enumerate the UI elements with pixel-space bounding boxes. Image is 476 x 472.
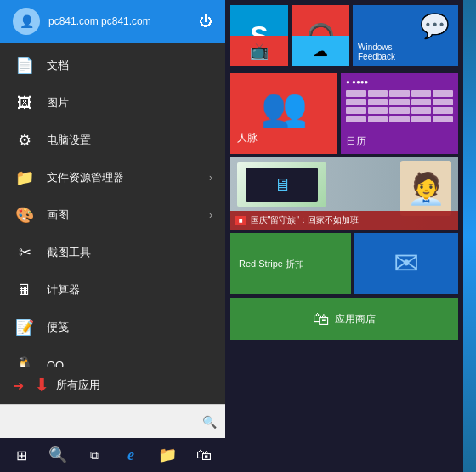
left-panel: 👤 pc841.com pc841.com ⏻ 📄 文档 🖼 图片 ⚙ 电脑设置… xyxy=(0,0,225,438)
explorer-icon: 📁 xyxy=(13,166,37,190)
store-taskbar-icon: 🛍 xyxy=(196,446,212,464)
menu-item-snipping[interactable]: ✂ 截图工具 xyxy=(0,234,225,271)
cloud2-icon: ☁ xyxy=(313,42,328,60)
task-view-icon: ⧉ xyxy=(90,448,99,463)
news2-icon: ■ xyxy=(235,216,246,225)
explorer-label: 文件资源管理器 xyxy=(47,170,209,185)
tile2-tv[interactable]: 📺 xyxy=(230,36,288,66)
feedback2-chat-icon: 💬 xyxy=(420,12,450,40)
settings-label: 电脑设置 xyxy=(47,133,212,148)
task-view-button[interactable]: ⧉ xyxy=(77,438,111,472)
explorer-taskbar-icon: 📁 xyxy=(158,446,177,464)
feedback2-label: WindowsFeedback xyxy=(358,43,395,61)
start-button[interactable]: ⊞ xyxy=(4,438,38,472)
windows-logo: ⊞ xyxy=(16,447,27,463)
ie-icon: e xyxy=(128,446,134,464)
tiles-panel: S 🎧 💬 WindowsFeedback 📺 ☁ 👥 人脉 ● ●●●● xyxy=(225,0,463,438)
explorer-arrow: › xyxy=(209,172,212,184)
menu-item-calculator[interactable]: 🖩 计算器 xyxy=(0,271,225,309)
taskbar-search-button[interactable]: 🔍 xyxy=(41,438,75,472)
search-bar: 🔍 xyxy=(0,404,225,438)
docs-icon: 📄 xyxy=(13,54,37,77)
renmai2-label: 人脉 xyxy=(230,129,264,147)
tile2-mail[interactable]: ✉ xyxy=(354,233,458,294)
snipping-icon: ✂ xyxy=(13,241,37,264)
appstore2-label: 应用商店 xyxy=(335,312,376,327)
appstore2-icon: 🛍 xyxy=(313,310,330,329)
ie-button[interactable]: e xyxy=(114,438,148,472)
news2-person: 🧑‍💼 xyxy=(407,171,445,207)
taskbar-search-icon: 🔍 xyxy=(48,446,67,464)
settings-icon: ⚙ xyxy=(13,128,37,152)
menu-item-explorer[interactable]: 📁 文件资源管理器 › xyxy=(0,159,225,196)
docs-label: 文档 xyxy=(47,58,212,73)
stickynotes-icon: 📝 xyxy=(13,316,37,339)
menu-item-qq[interactable]: 🐧 QQ xyxy=(0,346,225,367)
avatar: 👤 xyxy=(13,8,40,35)
menu-items: 📄 文档 🖼 图片 ⚙ 电脑设置 📁 文件资源管理器 › 🎨 画图 › xyxy=(0,43,225,367)
calculator-icon: 🖩 xyxy=(13,278,37,302)
tile2-calendar[interactable]: ● ●●●● xyxy=(341,73,458,154)
username: pc841.com pc841.com xyxy=(48,15,151,27)
tv2-icon: 📺 xyxy=(250,42,269,60)
redstripe2-label: Red Stripe 折扣 xyxy=(239,258,304,270)
pictures-label: 图片 xyxy=(47,95,212,111)
news2-text: 国庆"留守族"：回家不如加班 xyxy=(251,214,359,226)
tile2-feedback[interactable]: 💬 WindowsFeedback xyxy=(353,5,458,66)
tile2-news[interactable]: 🖥 🧑‍💼 ■ 国庆"留守族"：回家不如加班 xyxy=(230,157,458,230)
snipping-label: 截图工具 xyxy=(47,245,212,260)
power-button[interactable]: ⏻ xyxy=(199,14,212,29)
pictures-icon: 🖼 xyxy=(13,91,37,115)
menu-item-stickynotes[interactable]: 📝 便笺 xyxy=(0,309,225,346)
renmai2-icon: 👥 xyxy=(261,85,308,129)
tile2-redstripe[interactable]: Red Stripe 折扣 xyxy=(230,233,351,294)
calendar2-label: 日历 xyxy=(346,134,453,149)
explorer-taskbar-button[interactable]: 📁 xyxy=(150,438,184,472)
paint-label: 画图 xyxy=(47,208,209,223)
stickynotes-label: 便笺 xyxy=(47,320,212,335)
mail2-icon: ✉ xyxy=(394,246,419,281)
all-apps-item[interactable]: ➜ ⬇ 所有应用 xyxy=(0,367,225,404)
tile2-renmai[interactable]: 👥 人脉 xyxy=(230,73,337,154)
all-apps-arrow: ➜ xyxy=(13,378,24,394)
menu-item-docs[interactable]: 📄 文档 xyxy=(0,47,225,84)
search-input[interactable] xyxy=(8,415,202,428)
search-icon[interactable]: 🔍 xyxy=(202,415,217,429)
all-apps-label: 所有应用 xyxy=(56,378,212,393)
paint-icon: 🎨 xyxy=(13,203,37,227)
menu-item-pictures[interactable]: 🖼 图片 xyxy=(0,84,225,122)
user-header[interactable]: 👤 pc841.com pc841.com ⏻ xyxy=(0,0,225,43)
calculator-label: 计算器 xyxy=(47,282,212,298)
red-arrow-icon: ⬇ xyxy=(34,374,49,396)
tile2-cloud[interactable]: ☁ xyxy=(292,36,349,66)
user-info: 👤 pc841.com pc841.com xyxy=(13,8,151,35)
menu-item-paint[interactable]: 🎨 画图 › xyxy=(0,196,225,234)
qq-icon: 🐧 xyxy=(13,353,37,367)
paint-arrow: › xyxy=(209,209,212,221)
qq-label: QQ xyxy=(47,359,212,367)
menu-item-settings[interactable]: ⚙ 电脑设置 xyxy=(0,122,225,159)
taskbar: ⊞ 🔍 ⧉ e 📁 🛍 xyxy=(0,438,476,472)
store-taskbar-button[interactable]: 🛍 xyxy=(187,438,221,472)
side-accent xyxy=(463,0,476,472)
tile2-appstore[interactable]: 🛍 应用商店 xyxy=(230,298,458,340)
